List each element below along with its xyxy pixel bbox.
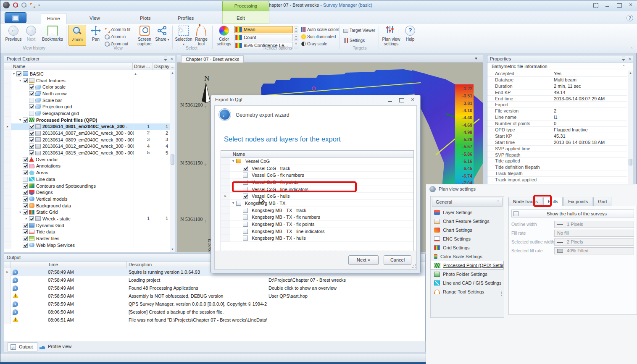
- settings-item-grid-settings[interactable]: Grid Settings: [431, 243, 504, 252]
- tree-row[interactable]: Over radar: [4, 156, 170, 163]
- tree-row[interactable]: Areas: [4, 169, 170, 176]
- checkbox[interactable]: [23, 229, 28, 234]
- property-row[interactable]: Number of points0: [487, 120, 627, 127]
- close-button[interactable]: [628, 3, 634, 8]
- settings-item-range-tool-settings[interactable]: Range Tool Settings: [431, 287, 504, 296]
- property-row[interactable]: Track import applied: [487, 177, 627, 183]
- checkbox[interactable]: [243, 173, 248, 178]
- tree-row[interactable]: ▸20130614_0801_em2040C_wreck_300 -11: [4, 123, 170, 130]
- map-tab[interactable]: Chapter 07 - Brest wrecks: [181, 55, 244, 63]
- close-icon[interactable]: ×: [629, 56, 631, 62]
- export-node-row[interactable]: Kongsberg MB - TX - track: [221, 207, 413, 214]
- close-button[interactable]: [410, 98, 416, 103]
- collapse-icon[interactable]: ⌃: [622, 63, 625, 70]
- tree-row[interactable]: Tide data: [4, 229, 170, 236]
- properties-section-header[interactable]: Bathymetric file information ⌃: [487, 63, 633, 70]
- tree-row[interactable]: North arrow: [4, 90, 170, 97]
- export-node-row[interactable]: Vessel CoG - line indicators: [221, 186, 413, 193]
- general-group-header[interactable]: General⌃: [432, 198, 503, 207]
- map-tab-dropdown-icon[interactable]: ▼: [474, 57, 478, 60]
- show-hulls-checkbox[interactable]: [513, 211, 519, 216]
- zoom-to-fit-button[interactable]: Zoom to fit: [105, 26, 130, 33]
- auto-scale-colors-toggle[interactable]: Auto scale colors: [301, 26, 339, 33]
- checkbox[interactable]: [23, 203, 28, 208]
- tree-scrollbar[interactable]: ▲▼: [170, 71, 175, 252]
- settings-item-processed-point-qpd-settin[interactable]: Processed Point (QPD) Settin: [431, 261, 504, 270]
- tab-fix-points[interactable]: Fix points: [563, 197, 592, 206]
- checkbox[interactable]: [243, 222, 248, 227]
- maximize-button[interactable]: [616, 3, 622, 8]
- screen-capture-button[interactable]: Screen capture: [135, 25, 154, 46]
- checkbox[interactable]: [23, 163, 28, 168]
- field-value[interactable]: 1 Pixels: [554, 221, 634, 228]
- checkbox[interactable]: [243, 236, 248, 241]
- render-mode-mean-spinner[interactable]: ▲▼: [294, 26, 298, 33]
- checkbox[interactable]: [29, 111, 34, 116]
- file-menu-button[interactable]: [5, 12, 26, 23]
- checkbox[interactable]: [236, 201, 241, 206]
- tree-row[interactable]: Designs: [4, 189, 170, 196]
- checkbox[interactable]: [29, 216, 34, 221]
- property-row[interactable]: SVP applied time: [487, 146, 627, 152]
- target-viewer-button[interactable]: Target Viewer: [343, 27, 375, 34]
- checkbox[interactable]: [29, 137, 34, 142]
- render-mode-mean[interactable]: Mean: [234, 26, 293, 33]
- checkbox[interactable]: [23, 78, 28, 83]
- export-node-row[interactable]: ▾Kongsberg MB - TX: [221, 200, 413, 207]
- checkbox[interactable]: [23, 118, 28, 123]
- tree-row[interactable]: 20130614_0807_em2040C_wreck_300 - 000122: [4, 130, 170, 136]
- tree-row[interactable]: ▾BASIC: [4, 71, 170, 77]
- tree-row[interactable]: Dynamic Grid: [4, 222, 170, 229]
- settings-item-chart-settings[interactable]: Chart Settings: [431, 225, 504, 234]
- property-row[interactable]: Track filepath: [487, 170, 627, 177]
- property-row[interactable]: End time2013-06-14 08:07:29 AM: [487, 96, 627, 102]
- field-value[interactable]: 40% Filled: [554, 247, 634, 254]
- field-value[interactable]: 2 Pixels: [554, 238, 634, 246]
- settings-item-enc-settings[interactable]: ENC Settings: [431, 234, 504, 243]
- selection-button[interactable]: Selection ▾: [174, 25, 193, 46]
- property-row[interactable]: Start KP45.31: [487, 133, 627, 139]
- checkbox[interactable]: [29, 124, 34, 129]
- log-row[interactable]: i07:58:49 AMFound 48 Processing Applicat…: [4, 284, 425, 292]
- gray-scale-toggle[interactable]: Gray scale: [301, 41, 327, 47]
- close-icon[interactable]: ×: [171, 56, 173, 62]
- tree-row[interactable]: Raster files: [4, 235, 170, 242]
- tree-row[interactable]: ▾Processed Point files (QPD): [4, 117, 170, 123]
- color-settings-button[interactable]: Color settings: [215, 25, 233, 46]
- tree-row[interactable]: Line data: [4, 176, 170, 183]
- settings-item-layer-settings[interactable]: Layer Settings: [431, 208, 504, 217]
- property-row[interactable]: Tide definition filepath: [487, 164, 627, 170]
- maximize-button[interactable]: [399, 98, 405, 103]
- export-node-row[interactable]: Kongsberg MB - TX - line indicators: [221, 228, 413, 235]
- properties-scrollbar[interactable]: ▲: [628, 71, 633, 185]
- tab-home[interactable]: Home: [41, 13, 66, 24]
- checkbox[interactable]: [243, 187, 248, 192]
- checkbox[interactable]: [243, 215, 248, 220]
- checkbox[interactable]: [23, 157, 28, 162]
- pin-icon[interactable]: [621, 56, 625, 61]
- checkbox[interactable]: [23, 236, 28, 241]
- checkbox[interactable]: [29, 84, 34, 89]
- minimize-button[interactable]: [605, 3, 611, 8]
- checkbox[interactable]: [243, 229, 248, 234]
- checkbox[interactable]: [243, 194, 248, 199]
- render-mode-count[interactable]: Count: [234, 34, 293, 41]
- tree-row[interactable]: Vertical models: [4, 196, 170, 202]
- tab-plots[interactable]: Plots: [134, 13, 157, 24]
- tree-row[interactable]: ▾Static Grid: [4, 209, 170, 215]
- tab-edit[interactable]: Edit: [231, 13, 251, 24]
- sun-illuminated-toggle[interactable]: Sun illuminated: [301, 34, 336, 40]
- expander-icon[interactable]: ▾: [18, 79, 23, 82]
- tree-row[interactable]: Background data: [4, 202, 170, 209]
- checkbox[interactable]: [29, 150, 34, 155]
- expander-icon[interactable]: ▾: [230, 159, 236, 163]
- export-node-row[interactable]: Vessel CoG - fix numbers: [221, 172, 413, 179]
- checkbox[interactable]: [29, 91, 34, 96]
- property-row[interactable]: SVP filepath: [487, 152, 627, 158]
- log-row[interactable]: i07:58:49 AMLoading projectD:\Projects\C…: [4, 276, 425, 284]
- log-row[interactable]: i08:06:50 AM[Session] Created a backup o…: [4, 308, 425, 316]
- tree-row[interactable]: 20130614_0809_em2040C_wreck_300 - 000133: [4, 136, 170, 143]
- property-row[interactable]: AcceptedYes: [487, 71, 627, 77]
- minimize-button[interactable]: [387, 98, 393, 103]
- back-button[interactable]: ←: [219, 109, 231, 120]
